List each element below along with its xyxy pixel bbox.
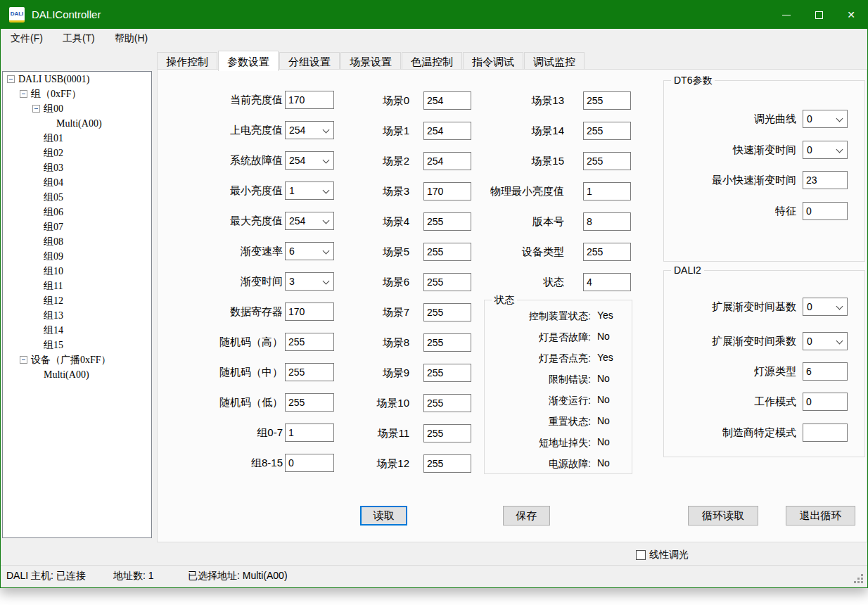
param-input[interactable] [583,122,631,140]
param-label: 系统故障值 [172,151,283,170]
tree-item[interactable]: 组12 [3,293,151,308]
tree-item[interactable]: 组00 [3,101,151,116]
group-input[interactable] [803,393,848,411]
tree-item-label: 组12 [44,293,63,308]
tree-item[interactable]: 组14 [3,323,151,338]
tree-expander-icon[interactable] [20,90,27,98]
tab-3[interactable]: 场景设置 [340,52,401,71]
chevron-down-icon [836,338,843,345]
group-row-label: 最小快速渐变时间 [670,171,796,189]
param-input[interactable] [583,91,631,110]
tree-item-label: 组04 [44,175,63,190]
param-input[interactable] [423,424,471,442]
status-row-value: No [597,436,610,447]
close-button[interactable]: ✕ [835,1,867,29]
param-label: 组0-7 [172,424,283,442]
status-row-label: 渐变运行: [549,395,591,407]
status-row-label: 控制装置状态: [529,310,591,323]
param-label: 组8-15 [172,454,283,472]
tab-6[interactable]: 调试监控 [524,52,585,71]
tab-2[interactable]: 分组设置 [279,52,340,71]
combobox-value: 0 [807,141,812,158]
status-selected-address: 已选择地址: Multi(A00) [188,570,288,582]
group-input[interactable] [803,424,848,442]
tree-item[interactable]: 组13 [3,308,151,323]
group-row-label: 灯源类型 [670,362,796,381]
tree-item[interactable]: 组10 [3,264,151,279]
param-input[interactable] [423,394,471,412]
maximize-button[interactable] [803,1,835,29]
minimize-button[interactable] [770,1,803,29]
tree-item[interactable]: 组08 [3,234,151,249]
param-input[interactable] [423,364,471,382]
combobox-value: 3 [289,273,295,290]
param-input[interactable] [423,333,471,352]
menu-item-2[interactable]: 帮助(H) [105,29,158,49]
param-input[interactable] [583,243,631,261]
tree-item[interactable]: 设备（广播0xFF） [3,352,151,367]
status-group-title: 状态 [492,294,517,307]
tree-item[interactable]: Multi(A00) [3,367,151,382]
group-input[interactable] [803,362,848,381]
tree-item[interactable]: 组05 [3,190,151,205]
param-label: 设备类型 [432,243,564,261]
param-input[interactable] [583,273,631,291]
tab-5[interactable]: 指令调试 [463,52,523,71]
tree-item[interactable]: 组（0xFF） [3,87,151,101]
status-row-value: Yes [597,310,613,321]
tree-item[interactable]: 组07 [3,219,151,234]
tree-expander-icon[interactable] [7,75,15,83]
param-label: 当前亮度值 [172,91,283,109]
tree-item[interactable]: 组15 [3,338,151,352]
checkbox-label: 线性调光 [649,549,689,561]
tree-item-label: 设备（广播0xFF） [31,352,111,367]
read-button[interactable]: 读取 [360,506,407,526]
menu-item-0[interactable]: 文件(F) [1,29,53,49]
tree-item[interactable]: 组09 [3,249,151,264]
param-input[interactable] [423,303,471,321]
group-row-label: 扩展渐变时间乘数 [670,332,796,350]
group-combobox[interactable]: 0 [803,298,848,316]
tree-item[interactable]: 组04 [3,175,151,190]
status-row-label: 限制错误: [549,374,591,386]
tree-item-label: Multi(A00) [44,367,89,382]
menu-item-1[interactable]: 工具(T) [53,29,105,49]
group-row-label: 工作模式 [670,393,796,411]
status-row-value: Yes [597,352,613,363]
tree-expander-icon[interactable] [32,105,40,113]
group-input[interactable] [803,171,848,189]
param-input[interactable] [583,212,631,231]
param-label: 场景10 [326,394,409,412]
group-combobox[interactable]: 0 [803,141,848,159]
tree-item[interactable]: 组02 [3,146,151,160]
param-input[interactable] [583,152,631,170]
group-combobox[interactable]: 0 [803,110,848,128]
tab-0[interactable]: 操作控制 [157,52,217,71]
exit-loop-button[interactable]: 退出循环 [786,506,855,526]
param-label: 场景3 [326,182,409,200]
linear-dimming-checkbox[interactable]: 线性调光 [636,549,689,561]
tree-item[interactable]: 组01 [3,131,151,146]
checkbox-box-icon [636,550,646,560]
tab-1[interactable]: 参数设置 [218,51,279,71]
titlebar: DALI DALIController ✕ [1,1,867,29]
tree-item[interactable]: 组03 [3,160,151,175]
param-input[interactable] [423,454,471,473]
tree-item-label: 组02 [44,146,63,160]
tree-item-label: 组05 [44,190,63,205]
loop-read-button[interactable]: 循环读取 [688,506,758,526]
param-input[interactable] [583,182,631,200]
tab-4[interactable]: 色温控制 [402,52,462,71]
tree-item[interactable]: 组11 [3,279,151,293]
status-row-value: No [597,457,610,469]
chevron-down-icon [836,303,843,310]
group-input[interactable] [803,202,848,220]
group-combobox[interactable]: 0 [803,332,848,350]
resize-grip-icon[interactable] [853,573,863,583]
tree-item[interactable]: DALI USB(0001) [3,72,151,87]
tree-expander-icon[interactable] [20,356,27,364]
tree-item[interactable]: 组06 [3,205,151,219]
tree-item[interactable]: Multi(A00) [3,116,151,131]
save-button[interactable]: 保存 [503,506,550,526]
combobox-value: 6 [289,243,295,260]
